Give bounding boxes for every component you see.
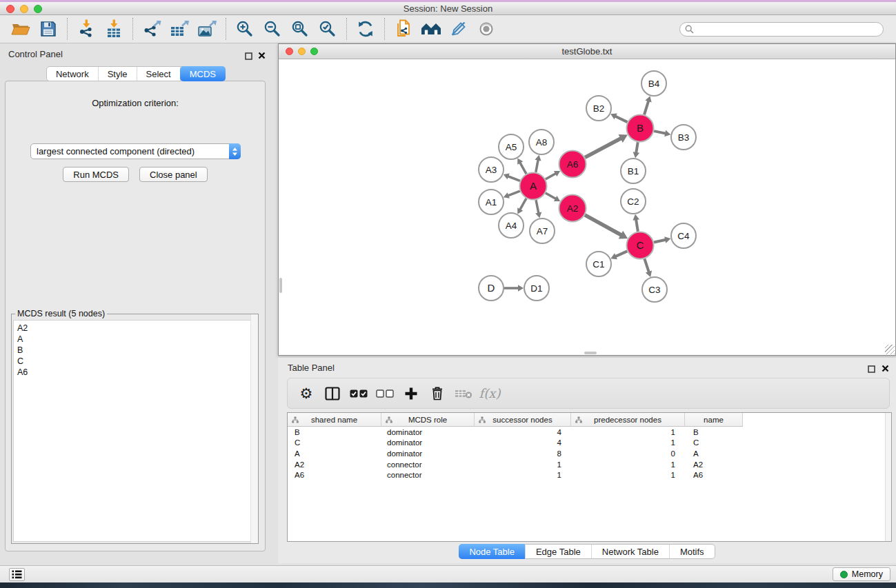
graph-node-B3[interactable]: B3 xyxy=(671,125,696,150)
open-session-button[interactable] xyxy=(7,17,34,41)
graph-edge-B-B3[interactable] xyxy=(654,130,670,137)
column-header-shared-name[interactable]: shared name xyxy=(288,413,381,427)
table-cell[interactable]: A2 xyxy=(288,460,381,469)
tab-edge-table[interactable]: Edge Table xyxy=(526,545,592,558)
close-panel-button[interactable] xyxy=(258,50,266,62)
run-mcds-button[interactable]: Run MCDS xyxy=(63,167,129,182)
graph-edge-C-C2[interactable] xyxy=(633,214,639,232)
function-builder-button[interactable]: f(x) xyxy=(477,381,503,407)
table-cell[interactable]: 1 xyxy=(475,471,571,479)
graph-node-C1[interactable]: C1 xyxy=(586,252,611,276)
tab-motifs[interactable]: Motifs xyxy=(670,545,715,558)
maximize-window-button[interactable] xyxy=(34,5,42,13)
zoom-out-button[interactable] xyxy=(259,17,286,41)
graph-node-A8[interactable]: A8 xyxy=(529,130,554,154)
graph-node-A6[interactable]: A6 xyxy=(559,151,586,178)
task-history-button[interactable] xyxy=(9,568,25,581)
table-cell[interactable]: dominator xyxy=(381,428,475,436)
mcds-result-item[interactable]: A2 xyxy=(14,321,256,334)
show-all-columns-button[interactable] xyxy=(346,381,372,407)
graph-edge-A-A2[interactable] xyxy=(546,193,560,201)
table-scrollbar[interactable] xyxy=(885,413,891,541)
minimize-window-button[interactable] xyxy=(20,5,28,13)
graph-node-D[interactable]: D xyxy=(479,276,504,301)
vertical-scroll-thumb[interactable] xyxy=(279,278,282,293)
export-image-button[interactable] xyxy=(193,17,221,41)
hide-all-columns-button[interactable] xyxy=(372,381,398,407)
minimize-view-button[interactable] xyxy=(298,48,306,55)
table-cell[interactable]: A xyxy=(685,449,743,458)
create-column-button[interactable] xyxy=(398,381,424,407)
graph-node-A3[interactable]: A3 xyxy=(479,157,504,182)
close-panel-button[interactable]: Close panel xyxy=(139,167,208,182)
hide-annotations-button[interactable] xyxy=(445,17,472,41)
tab-network-table[interactable]: Network Table xyxy=(592,545,670,558)
graph-edge-A2-C[interactable] xyxy=(585,215,628,239)
table-cell[interactable]: 1 xyxy=(571,438,685,447)
table-settings-button[interactable]: ⚙ xyxy=(293,381,319,407)
column-header-predecessor-nodes[interactable]: predecessor nodes xyxy=(571,413,685,427)
table-cell[interactable]: A xyxy=(288,449,381,458)
show-graphics-details-button[interactable] xyxy=(472,17,500,41)
zoom-in-button[interactable] xyxy=(231,17,259,41)
criterion-dropdown[interactable]: largest connected component (directed) xyxy=(30,143,241,159)
close-table-panel-button[interactable] xyxy=(882,363,889,375)
graph-node-B4[interactable]: B4 xyxy=(641,71,666,96)
graph-node-D1[interactable]: D1 xyxy=(524,276,549,301)
tab-style[interactable]: Style xyxy=(99,67,137,81)
search-input[interactable] xyxy=(679,22,884,37)
graph-edge-C-C1[interactable] xyxy=(610,251,627,259)
table-cell[interactable]: 0 xyxy=(571,449,685,458)
graph-edge-C-C4[interactable] xyxy=(654,236,670,243)
float-panel-button[interactable] xyxy=(245,50,252,63)
graph-node-A[interactable]: A xyxy=(520,173,547,200)
graph-node-B2[interactable]: B2 xyxy=(586,96,611,121)
table-cell[interactable]: B xyxy=(685,428,743,436)
mcds-result-item[interactable]: B xyxy=(14,345,256,356)
zoom-fit-button[interactable] xyxy=(286,17,314,41)
home-button[interactable] xyxy=(417,17,445,41)
delete-table-button[interactable] xyxy=(450,381,477,407)
tab-network[interactable]: Network xyxy=(47,67,99,81)
graph-node-C3[interactable]: C3 xyxy=(642,277,667,302)
network-canvas[interactable]: AA1A2A3A4A5A6A7A8BB1B2B3B4CC1C2C3C4DD1 xyxy=(279,60,895,355)
table-cell[interactable]: C xyxy=(685,438,743,447)
delete-column-button[interactable] xyxy=(424,381,450,407)
column-header-MCDS-role[interactable]: MCDS role xyxy=(381,413,475,427)
graph-node-B[interactable]: B xyxy=(627,115,654,142)
table-cell[interactable]: 1 xyxy=(475,460,571,469)
memory-button[interactable]: Memory xyxy=(833,567,890,581)
graph-edge-A-A4[interactable] xyxy=(517,199,526,214)
mcds-result-item[interactable]: A xyxy=(14,334,256,345)
table-cell[interactable]: A6 xyxy=(685,471,743,479)
resize-grip[interactable] xyxy=(885,345,895,354)
refresh-button[interactable] xyxy=(352,17,379,41)
graph-edge-C-C3[interactable] xyxy=(644,258,652,276)
mcds-list-scrollbar[interactable] xyxy=(250,314,258,543)
graph-edge-D-D1[interactable] xyxy=(504,285,524,291)
graph-edge-A-A5[interactable] xyxy=(517,159,526,174)
table-cell[interactable]: B xyxy=(288,428,381,436)
export-table-button[interactable] xyxy=(166,17,193,41)
mcds-result-item[interactable]: C xyxy=(14,356,256,367)
graph-node-A1[interactable]: A1 xyxy=(479,190,504,214)
graph-edge-B-B2[interactable] xyxy=(610,114,627,123)
graph-node-A4[interactable]: A4 xyxy=(499,213,524,238)
table-cell[interactable]: C xyxy=(288,438,381,447)
column-header-successor-nodes[interactable]: successor nodes xyxy=(475,413,571,427)
table-cell[interactable]: A6 xyxy=(288,471,381,479)
maximize-view-button[interactable] xyxy=(310,48,318,55)
table-cell[interactable]: 4 xyxy=(475,438,571,447)
graph-node-B1[interactable]: B1 xyxy=(621,159,646,183)
table-cell[interactable]: connector xyxy=(381,460,475,469)
graph-node-C4[interactable]: C4 xyxy=(671,223,696,248)
mcds-result-item[interactable]: A6 xyxy=(14,367,256,378)
close-window-button[interactable] xyxy=(6,5,14,13)
tab-node-table[interactable]: Node Table xyxy=(459,544,526,559)
table-cell[interactable]: 4 xyxy=(475,428,571,436)
column-header-name[interactable]: name xyxy=(685,413,743,427)
import-network-button[interactable] xyxy=(72,17,100,41)
graph-edge-A6-B[interactable] xyxy=(585,134,628,157)
table-cell[interactable]: 1 xyxy=(571,428,685,436)
save-session-button[interactable] xyxy=(34,17,62,41)
